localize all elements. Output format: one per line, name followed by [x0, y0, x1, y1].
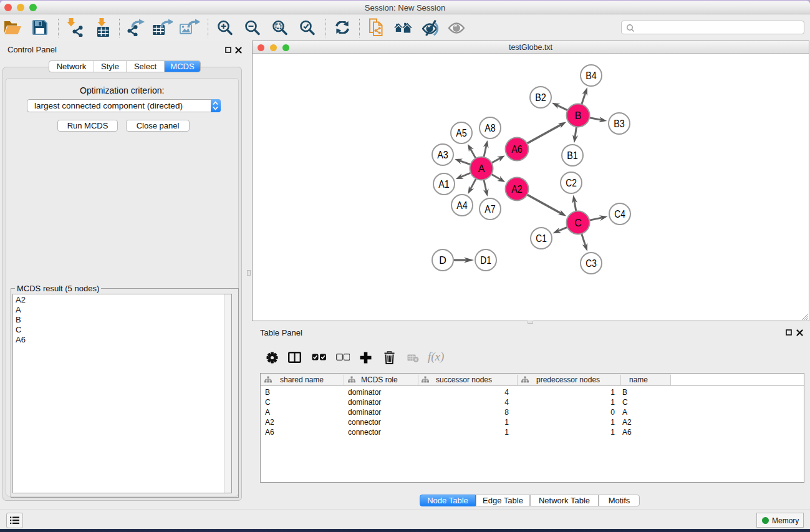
svg-text:B3: B3 [614, 118, 625, 129]
svg-text:B2: B2 [535, 92, 546, 103]
svg-text:A2: A2 [511, 184, 523, 195]
svg-text:A: A [478, 163, 485, 174]
svg-text:A1: A1 [438, 179, 450, 190]
svg-text:C: C [574, 218, 582, 228]
svg-text:D1: D1 [480, 255, 491, 266]
svg-text:B4: B4 [586, 70, 597, 81]
svg-text:C3: C3 [586, 258, 597, 269]
svg-text:B: B [575, 110, 582, 121]
svg-text:A6: A6 [511, 144, 523, 155]
svg-text:D: D [439, 255, 446, 266]
svg-text:B1: B1 [567, 150, 578, 161]
svg-text:A7: A7 [485, 204, 496, 215]
svg-text:A4: A4 [456, 200, 468, 211]
svg-text:C4: C4 [614, 209, 625, 220]
svg-text:A5: A5 [456, 128, 467, 138]
svg-text:C2: C2 [566, 178, 577, 188]
svg-text:C1: C1 [536, 233, 547, 244]
svg-text:A3: A3 [437, 150, 448, 160]
svg-text:A8: A8 [485, 123, 496, 133]
